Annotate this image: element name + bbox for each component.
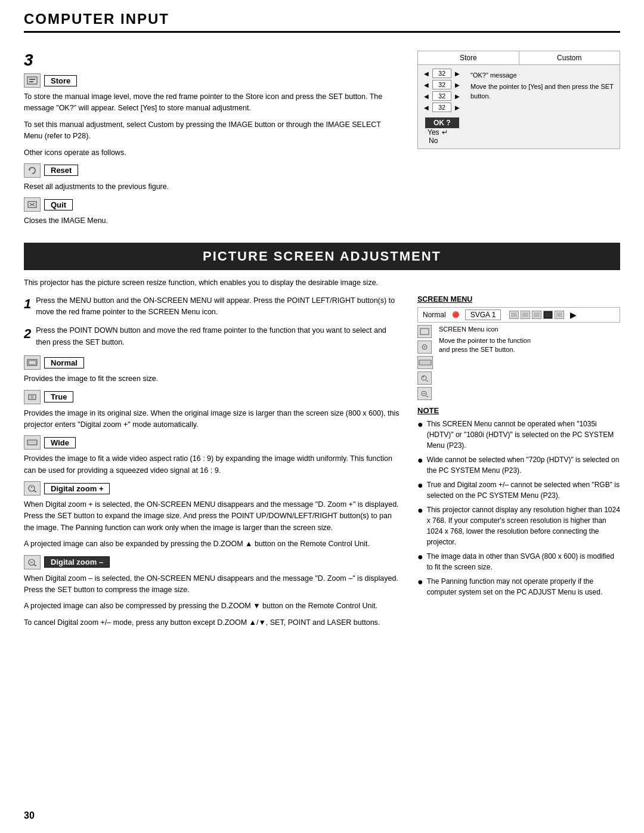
note-item-5: ● The image data in other than SVGA (800… <box>417 551 620 572</box>
note-bullet-3: ● <box>417 479 423 491</box>
mockup-row-1: ◀ 32 ▶ <box>423 69 461 78</box>
svg-rect-2 <box>29 81 33 82</box>
smb-icon-5 <box>555 311 564 319</box>
note-item-1: ● This SCREEN Menu cannot be operated wh… <box>417 419 620 451</box>
note-title: NOTE <box>417 406 620 415</box>
step1-number: 1 <box>24 296 31 312</box>
smd-icon-2 <box>417 340 432 354</box>
normal-icon <box>24 355 41 370</box>
section-header: COMPUTER INPUT <box>24 0 620 33</box>
store-icon <box>24 73 41 88</box>
svg-point-28 <box>423 346 426 348</box>
svg-rect-23 <box>545 312 551 317</box>
quit-icon <box>24 197 41 212</box>
svg-rect-26 <box>422 330 428 333</box>
smb-svga: SVGA 1 <box>465 309 501 320</box>
screen-menu-bar: Normal 🔴 SVGA 1 ▶ <box>417 307 620 323</box>
step3-number: 3 <box>24 51 400 70</box>
wide-text: Provides the image to fit a wide video a… <box>24 453 400 476</box>
true-icon <box>24 390 41 404</box>
store-text2: To set this manual adjustment, select Cu… <box>24 119 400 143</box>
psa-two-col: 1 Press the MENU button and the ON-SCREE… <box>24 295 620 633</box>
dzoom-plus-text: When Digital zoom + is selected, the ON-… <box>24 499 400 534</box>
normal-icon-row: Normal <box>24 355 400 370</box>
step2-text: Press the POINT DOWN button and move the… <box>24 325 400 348</box>
normal-text: Provides the image to fit the screen siz… <box>24 373 400 385</box>
note-text-3: True and Digital zoom +/– cannot be sele… <box>427 479 620 501</box>
screen-menu-label: SCREEN MENU <box>417 295 620 304</box>
note-item-4: ● This projector cannot display any reso… <box>417 504 620 547</box>
screen-mockup-body: ◀ 32 ▶ ◀ 32 ▶ ◀ 32 <box>418 65 620 148</box>
reset-icon-row: Reset <box>24 163 400 178</box>
arrow-left-3: ◀ <box>423 92 430 100</box>
svg-rect-30 <box>420 361 431 364</box>
true-label: True <box>44 391 73 402</box>
no-row: No <box>426 137 438 145</box>
screen-menu-diagram: SCREEN Menu icon Move the pointer to the… <box>417 325 620 400</box>
wide-icon <box>24 435 41 450</box>
smd-notes: SCREEN Menu icon Move the pointer to the… <box>439 325 531 400</box>
svg-rect-1 <box>29 79 35 80</box>
mockup-row-3: ◀ 32 ▶ <box>423 91 461 101</box>
quit-label: Quit <box>44 199 73 210</box>
arrow-left-2: ◀ <box>423 81 430 88</box>
note-text-1: This SCREEN Menu cannot be operated when… <box>427 419 620 451</box>
svg-rect-20 <box>511 312 517 317</box>
smb-red-frame: ▶ <box>570 310 577 320</box>
mockup-col-store: Store <box>418 51 519 64</box>
note-bullet-1: ● <box>417 419 423 430</box>
screen-menu-note2: and press the SET button. <box>439 345 531 354</box>
dzoom-minus-text: When Digital zoom – is selected, the ON-… <box>24 573 400 596</box>
arrow-right-2: ▶ <box>454 81 461 88</box>
note-item-3: ● True and Digital zoom +/– cannot be se… <box>417 479 620 501</box>
reset-icon <box>24 163 41 178</box>
step1-text: Press the MENU button and the ON-SCREEN … <box>24 295 400 318</box>
psa-step2: 2 Press the POINT DOWN button and move t… <box>24 325 400 348</box>
other-icons-text: Other icons operate as follows. <box>24 147 400 159</box>
mockup-row-2: ◀ 32 ▶ <box>423 80 461 89</box>
smb-normal: Normal <box>423 311 446 319</box>
mockup-rows: ◀ 32 ▶ ◀ 32 ▶ ◀ 32 <box>423 69 461 145</box>
note-section: NOTE ● This SCREEN Menu cannot be operat… <box>417 406 620 597</box>
svg-point-31 <box>422 376 426 380</box>
smd-icons <box>417 325 433 400</box>
move-pointer-note: Move the pointer to [Yes] and then press… <box>470 82 615 101</box>
svg-rect-8 <box>29 361 36 364</box>
quit-icon-row: Quit <box>24 197 400 212</box>
mockup-row-4: ◀ 32 ▶ <box>423 103 461 112</box>
note-item-2: ● Wide cannot be selected when "720p (HD… <box>417 454 620 476</box>
svg-rect-12 <box>28 441 36 444</box>
dzoom-cancel-text: To cancel Digital zoom +/– mode, press a… <box>24 617 400 628</box>
wide-label: Wide <box>44 437 76 448</box>
note-bullet-5: ● <box>417 551 423 562</box>
note-text-6: The Panning function may not operate pro… <box>427 576 620 597</box>
screen-menu-icon-label: SCREEN Menu icon <box>439 325 531 334</box>
psa-step1: 1 Press the MENU button and the ON-SCREE… <box>24 295 400 318</box>
note-item-6: ● The Panning function may not operate p… <box>417 576 620 597</box>
screen-mockup: Store Custom ◀ 32 ▶ ◀ <box>417 51 620 149</box>
svg-line-16 <box>34 491 36 492</box>
smd-icon-3 <box>417 356 433 369</box>
dzoom-minus-label: Digital zoom – <box>44 556 110 568</box>
wide-icon-row: Wide <box>24 435 400 450</box>
note-text-4: This projector cannot display any resolu… <box>427 504 620 547</box>
svg-line-37 <box>426 396 428 397</box>
quit-text: Closes the IMAGE Menu. <box>24 215 400 227</box>
svg-point-10 <box>30 395 34 399</box>
svg-rect-24 <box>556 312 562 317</box>
svg-rect-0 <box>27 77 37 84</box>
svg-rect-22 <box>534 312 540 317</box>
dzoom-plus-icon-row: Digital zoom + <box>24 481 400 496</box>
ok-box: OK ? <box>425 117 459 128</box>
smd-icon-4 <box>417 371 432 385</box>
psa-col-right: SCREEN MENU Normal 🔴 SVGA 1 ▶ <box>417 295 620 633</box>
svg-line-34 <box>426 380 428 382</box>
smb-icon-group <box>509 311 564 319</box>
svg-line-19 <box>34 565 36 566</box>
psa-col-left: 1 Press the MENU button and the ON-SCREE… <box>24 295 400 633</box>
enter-arrow: ↵ <box>442 128 448 137</box>
psa-intro: This projector has the picture screen re… <box>24 278 620 287</box>
store-label: Store <box>44 75 77 86</box>
smb-icon-3 <box>532 311 541 319</box>
arrow-left-4: ◀ <box>423 104 430 111</box>
